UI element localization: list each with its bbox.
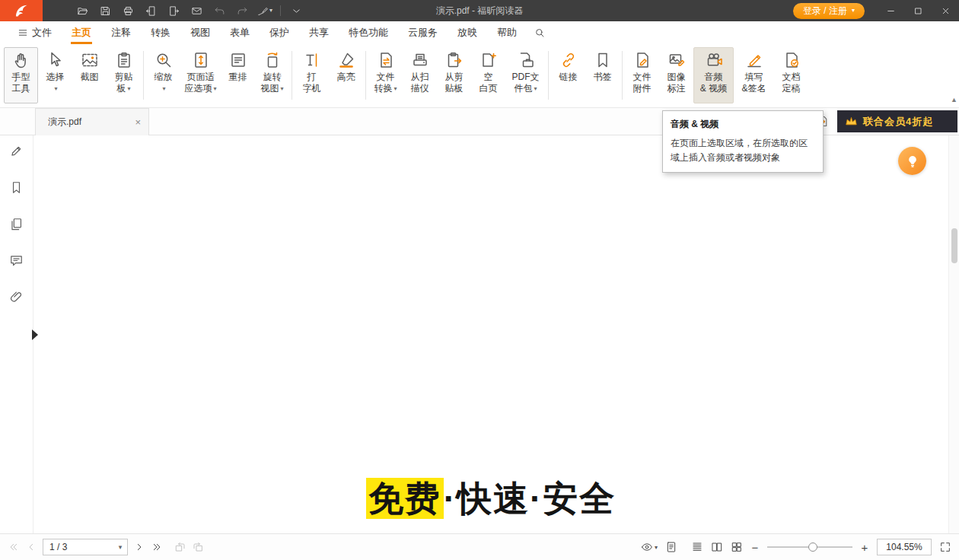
menu-label: 文件 <box>32 26 52 40</box>
prev-view-button[interactable] <box>174 541 186 553</box>
ribbon-button-file-attach[interactable]: 文件附件 <box>625 47 659 103</box>
email-button[interactable] <box>187 2 206 19</box>
window-title: 演示.pdf - 福昕阅读器 <box>436 0 524 21</box>
menu-convert[interactable]: 转换 <box>141 21 180 44</box>
ribbon-button-audio-video[interactable]: 音频& 视频 <box>693 47 734 103</box>
document-tab[interactable]: 演示.pdf × <box>35 108 149 135</box>
ribbon-button-blank-page[interactable]: 空白页 <box>471 47 505 103</box>
zoom-level-box[interactable]: 104.55% <box>877 539 932 555</box>
ribbon-button-snapshot[interactable]: 截图 <box>72 47 107 103</box>
menu-file[interactable]: 文件 <box>8 21 62 44</box>
fullscreen-button[interactable] <box>939 541 951 553</box>
save-button[interactable] <box>96 2 114 19</box>
menu-protect[interactable]: 保护 <box>260 21 299 44</box>
prev-page-button[interactable] <box>25 541 37 553</box>
menu-cloud[interactable]: 云服务 <box>398 21 448 44</box>
menubar: 文件主页注释转换视图表单保护共享特色功能云服务放映帮助 <box>0 21 959 44</box>
dropdown-caret: ▾ <box>393 83 397 94</box>
next-doc-button[interactable] <box>164 2 183 19</box>
sidebar-item-comments[interactable] <box>6 251 27 269</box>
menu-comment[interactable]: 注释 <box>101 21 141 44</box>
last-page-button[interactable] <box>151 541 163 553</box>
tab-close-icon[interactable]: × <box>135 116 141 128</box>
titlebar-right: 登录 / 注册 ▾ <box>793 0 959 21</box>
menu-label: 帮助 <box>497 26 517 40</box>
zoom-in-button[interactable]: + <box>860 542 869 553</box>
ribbon-button-highlight[interactable]: 高亮 <box>329 47 363 103</box>
select-cursor-icon <box>46 51 65 69</box>
prev-doc-button[interactable] <box>142 2 160 19</box>
ribbon-button-page-fit[interactable]: 页面适应选项▾ <box>180 47 221 103</box>
ribbon-button-convert-file[interactable]: 文件转换▾ <box>368 47 403 103</box>
scrollbar-thumb[interactable] <box>951 228 957 263</box>
sidebar-item-bookmarks[interactable] <box>6 178 27 196</box>
attachments-panel-icon <box>9 290 24 304</box>
promo-banner[interactable]: 联合会员4折起 <box>837 110 957 132</box>
document-area[interactable]: 免费·快速·安全 <box>33 135 948 533</box>
minimize-icon <box>886 6 896 16</box>
ribbon-button-fill-sign[interactable]: 填写&签名 <box>734 47 774 103</box>
redo-button[interactable] <box>233 2 251 19</box>
ribbon-button-zoom[interactable]: 缩放▾ <box>146 47 180 103</box>
ribbon-button-link[interactable]: 链接 <box>551 47 585 103</box>
ribbon-button-select[interactable]: 选择▾ <box>38 47 72 103</box>
assistant-lightbulb-button[interactable] <box>898 147 926 175</box>
zoom-out-button[interactable]: − <box>750 542 760 553</box>
menu-present[interactable]: 放映 <box>448 21 487 44</box>
foxit-logo[interactable] <box>0 0 43 21</box>
tooltip-body: 在页面上选取区域，在所选取的区域上插入音频或者视频对象 <box>671 136 815 164</box>
menu-share[interactable]: 共享 <box>299 21 339 44</box>
sidebar-item-attachments[interactable] <box>6 288 27 306</box>
view-mode-button[interactable]: ▾ <box>641 541 658 553</box>
next-page-button[interactable] <box>133 541 145 553</box>
first-page-button[interactable] <box>8 541 20 553</box>
ribbon-button-label: 填写&签名 <box>741 72 766 94</box>
menu-home[interactable]: 主页 <box>62 21 101 44</box>
ribbon: 手型工具选择▾截图剪贴板▾缩放▾页面适应选项▾重排旋转视图▾打字机高亮文件转换▾… <box>0 44 959 108</box>
zoom-slider[interactable] <box>767 541 852 553</box>
ribbon-button-from-clipboard[interactable]: 从剪贴板 <box>437 47 471 103</box>
zoom-slider-knob[interactable] <box>808 542 817 552</box>
page-number-box[interactable]: 1 / 3 ▾ <box>43 539 128 555</box>
customize-toolbar-button[interactable] <box>287 2 305 19</box>
ribbon-button-hand-tool[interactable]: 手型工具 <box>4 47 38 103</box>
ribbon-button-bookmark[interactable]: 书签 <box>585 47 620 103</box>
ribbon-button-rotate-view[interactable]: 旋转视图▾ <box>255 47 289 103</box>
ribbon-button-doc-finalize[interactable]: 文档定稿 <box>774 47 808 103</box>
next-view-button[interactable] <box>192 541 204 553</box>
close-button[interactable] <box>932 0 959 21</box>
menu-form[interactable]: 表单 <box>220 21 260 44</box>
menu-search-button[interactable] <box>527 21 553 44</box>
sidebar-item-pages[interactable] <box>6 215 27 233</box>
ribbon-button-clipboard[interactable]: 剪贴板▾ <box>107 47 141 103</box>
menu-label: 表单 <box>230 26 250 40</box>
doc-prev-icon <box>145 5 157 17</box>
print-button[interactable] <box>119 2 137 19</box>
scrollbar-up-arrow[interactable]: ▲ <box>951 96 957 103</box>
ribbon-button-label: 空白页 <box>480 72 498 94</box>
sidebar-item-annotations[interactable] <box>6 142 27 160</box>
minimize-button[interactable] <box>877 0 904 21</box>
vertical-scrollbar[interactable] <box>948 135 959 533</box>
continuous-view-button[interactable] <box>691 541 703 553</box>
actual-size-button[interactable] <box>665 541 677 553</box>
panel-expand-handle[interactable] <box>32 329 38 340</box>
thumbnail-view-button[interactable] <box>731 541 743 553</box>
facing-view-button[interactable] <box>711 541 723 553</box>
undo-button[interactable] <box>210 2 228 19</box>
ribbon-button-reflow[interactable]: 重排 <box>221 47 255 103</box>
ribbon-button-typewriter[interactable]: 打字机 <box>295 47 329 103</box>
quick-sign-icon <box>257 5 269 17</box>
page-dropdown-caret[interactable]: ▾ <box>113 543 127 551</box>
menu-help[interactable]: 帮助 <box>487 21 527 44</box>
login-button[interactable]: 登录 / 注册 ▾ <box>793 3 865 19</box>
ribbon-button-pdf-portfolio[interactable]: PDF文件包▾ <box>505 47 546 103</box>
menu-features[interactable]: 特色功能 <box>339 21 398 44</box>
ribbon-button-image-annotation[interactable]: 图像标注 <box>659 47 693 103</box>
menu-view[interactable]: 视图 <box>180 21 220 44</box>
open-button[interactable] <box>73 2 91 19</box>
maximize-button[interactable] <box>904 0 932 21</box>
ribbon-button-from-scanner[interactable]: 从扫描仪 <box>403 47 437 103</box>
ribbon-button-label: 重排 <box>229 72 247 83</box>
quick-sign-button[interactable]: ▾ <box>256 2 274 19</box>
